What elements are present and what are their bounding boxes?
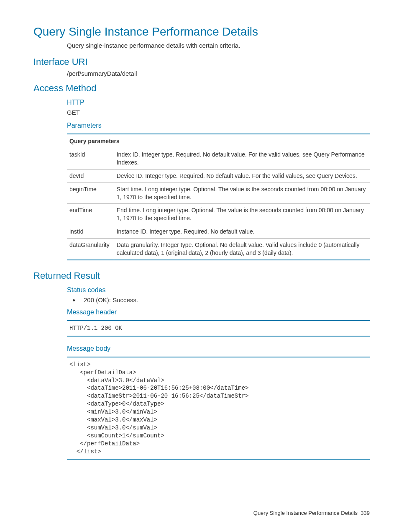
param-name: endTime: [67, 204, 114, 225]
table-row: taskIdIndex ID. Integer type. Required. …: [67, 148, 370, 170]
param-desc: Index ID. Integer type. Required. No def…: [114, 148, 370, 170]
table-row: instIdInstance ID. Integer type. Require…: [67, 225, 370, 239]
access-method-heading: Access Method: [33, 83, 370, 94]
message-header-code: HTTP/1.1 200 OK: [67, 320, 370, 337]
param-name: instId: [67, 225, 114, 239]
http-method: GET: [67, 109, 370, 116]
interface-uri-value: /perf/summaryData/detail: [67, 70, 370, 77]
param-name: dataGranularity: [67, 239, 114, 260]
page-title: Query Single Instance Performance Detail…: [33, 25, 370, 39]
param-name: taskId: [67, 148, 114, 170]
table-row: beginTimeStart time. Long integer type. …: [67, 182, 370, 204]
http-subheading: HTTP: [67, 99, 370, 106]
page-footer: Query Single Instance Performance Detail…: [33, 510, 370, 516]
param-name: beginTime: [67, 182, 114, 204]
status-code-list: 200 (OK): Success.: [67, 296, 370, 303]
status-code-item: 200 (OK): Success.: [79, 296, 370, 303]
status-codes-heading: Status codes: [67, 286, 370, 294]
param-desc: End time. Long integer type. Optional. T…: [114, 204, 370, 225]
table-row: endTimeEnd time. Long integer type. Opti…: [67, 204, 370, 225]
page-description: Query single-instance performance detail…: [67, 42, 370, 49]
parameters-subheading: Parameters: [67, 122, 370, 129]
param-desc: Instance ID. Integer type. Required. No …: [114, 225, 370, 239]
interface-uri-heading: Interface URI: [33, 57, 370, 67]
param-desc: Data granularity. Integer type. Optional…: [114, 239, 370, 260]
table-header: Query parameters: [67, 134, 370, 148]
footer-page: 339: [361, 510, 370, 516]
message-header-heading: Message header: [67, 308, 370, 316]
footer-label: Query Single Instance Performance Detail…: [253, 510, 358, 516]
param-name: devId: [67, 169, 114, 182]
message-body-code: <list> <perfDetailData> <dataVal>3.0</da…: [67, 357, 370, 460]
param-desc: Start time. Long integer type. Optional.…: [114, 182, 370, 204]
returned-result-heading: Returned Result: [33, 270, 370, 281]
table-row: dataGranularityData granularity. Integer…: [67, 239, 370, 260]
param-desc: Device ID. Integer type. Required. No de…: [114, 169, 370, 182]
message-body-heading: Message body: [67, 345, 370, 352]
table-row: devIdDevice ID. Integer type. Required. …: [67, 169, 370, 182]
parameters-table: Query parameters taskIdIndex ID. Integer…: [67, 134, 370, 260]
